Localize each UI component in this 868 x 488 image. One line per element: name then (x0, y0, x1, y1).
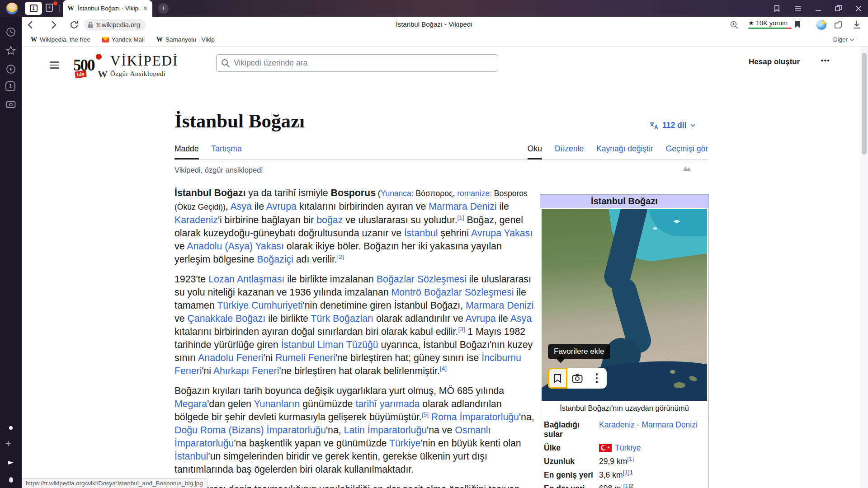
tab-tartisma[interactable]: Tartışma (212, 144, 242, 159)
menu-icon[interactable] (794, 5, 802, 12)
wiki-link[interactable]: boğaz (316, 215, 343, 225)
tab-duzenle[interactable]: Düzenle (555, 144, 584, 159)
reload-button[interactable] (69, 19, 80, 30)
url-field[interactable]: tr.wikipedia.org (84, 19, 146, 31)
back-button[interactable] (25, 19, 36, 30)
reference-link[interactable]: [5] (422, 411, 429, 418)
wiki-link[interactable]: Marmara Denizi (642, 420, 698, 429)
language-selector[interactable]: 112 dil (649, 121, 695, 130)
wiki-link[interactable]: Roma İmparatorluğu (431, 412, 519, 422)
wiki-link[interactable]: Anadolu Feneri (198, 352, 263, 363)
play-media-icon[interactable] (5, 64, 16, 75)
browser-tab-active[interactable]: W İstanbul Boğazı - Vikipe ✕ (63, 0, 152, 17)
wiki-link[interactable]: Avrupa (466, 313, 496, 324)
bookmark-flag-icon[interactable] (794, 20, 805, 31)
app-icon-dark[interactable] (5, 474, 16, 485)
image-more-menu-button[interactable] (587, 368, 606, 389)
infobox-satellite-image[interactable]: Favorilere ekle (542, 209, 707, 401)
minimize-icon[interactable] (815, 5, 821, 12)
wiki-link[interactable]: Türk Boğazları (311, 313, 373, 324)
download-icon[interactable] (853, 20, 863, 31)
restore-icon[interactable] (835, 5, 842, 12)
reference-link[interactable]: [3] (458, 326, 465, 333)
wiki-link[interactable]: Latin İmparatorluğu (344, 425, 427, 436)
wiki-link[interactable]: Türkiye Cumhuriyeti (217, 300, 302, 311)
wiki-link[interactable]: Lozan Antlaşması (208, 274, 284, 285)
wiki-link[interactable]: Karadeniz (599, 420, 635, 429)
wiki-menu-button[interactable] (50, 61, 59, 69)
wiki-link[interactable]: İstanbul Liman Tüzüğü (281, 339, 378, 350)
tab-count-icon[interactable]: 1 (5, 81, 16, 92)
reviews-badge[interactable]: ★ 10K yorum (748, 19, 792, 29)
profile-avatar[interactable] (6, 2, 18, 14)
wiki-link[interactable]: Rumeli Feneri (275, 352, 335, 363)
wiki-link[interactable]: Doğu Roma (Bizans) İmparatorluğu (175, 425, 326, 436)
wiki-link[interactable]: Avrupa (266, 201, 297, 212)
search-input[interactable] (234, 58, 493, 68)
wiki-link[interactable]: Çanakkale Boğazı (187, 313, 265, 324)
app-icon-music[interactable] (5, 422, 16, 433)
panels-icon[interactable] (773, 5, 781, 12)
reference-link[interactable]: [1] (623, 483, 630, 488)
wiki-link[interactable]: Türkiye (615, 443, 641, 452)
wiki-wordmark[interactable]: VİKİPEDİ Özgür Ansiklopedi (110, 53, 178, 78)
image-search-button[interactable] (567, 368, 587, 389)
forward-button[interactable] (48, 19, 59, 30)
wiki-link[interactable]: Türkiye (389, 438, 421, 449)
reference-link[interactable]: [1] (458, 214, 464, 221)
wiki-link[interactable]: Asya (510, 313, 532, 324)
wiki-link[interactable]: Ahırkapı Feneri (213, 366, 279, 376)
article-audio-icon[interactable] (683, 165, 692, 173)
wiki-link[interactable]: Marmara Denizi (466, 300, 533, 311)
wiki-link[interactable]: romanize: (457, 189, 494, 198)
wiki-link[interactable]: Karadeniz (175, 215, 218, 225)
bookmark-item-yandex-mail[interactable]: Yandex Mail (102, 36, 145, 43)
reference-link[interactable]: [4] (440, 365, 447, 372)
reference-link[interactable]: [1] (623, 469, 630, 476)
wiki-link[interactable]: Marmara Denizi (429, 201, 496, 212)
bookmarks-more-button[interactable]: Diğer (833, 36, 854, 43)
wiki-link[interactable]: Boğazlar Sözleşmesi (377, 274, 467, 285)
zoom-icon[interactable] (730, 20, 741, 31)
wiki-link[interactable]: Montrö Boğazlar Sözleşmesi (391, 287, 514, 298)
wiki-link[interactable]: Avrupa Yakası (471, 228, 533, 239)
tab-close-icon[interactable]: ✕ (143, 5, 148, 12)
scrollbar-thumb[interactable] (862, 53, 867, 155)
reference-link[interactable]: [1] (627, 455, 634, 462)
wiki-link[interactable]: Anadolu (Asya) Yakası (187, 241, 284, 252)
add-app-button[interactable]: + (5, 439, 16, 450)
bookmark-item-wikipedia[interactable]: W Wikipedia, the free (31, 36, 90, 43)
tab-madde[interactable]: Madde (175, 144, 199, 159)
tab-gecmisi-gor[interactable]: Geçmişi gör (666, 144, 708, 159)
page-scrollbar[interactable] (860, 47, 868, 488)
wiki-link[interactable]: tarihî yarımada (355, 399, 420, 409)
extensions-icon[interactable] (834, 20, 844, 31)
bookmark-item-samanyolu[interactable]: W Samanyolu - Vikip (156, 36, 215, 43)
add-to-favorites-button[interactable] (548, 368, 567, 389)
wiki-link[interactable]: Megara (175, 399, 207, 409)
tab-kaynagi-degistir[interactable]: Kaynağı değiştir (596, 144, 653, 159)
wiki-link[interactable]: İstanbul (175, 451, 208, 462)
reference-link[interactable]: [2] (337, 253, 344, 260)
tableau-button[interactable]: 1 (25, 2, 42, 15)
create-account-link[interactable]: Hesap oluştur (749, 57, 800, 66)
header-more-menu[interactable]: ••• (821, 56, 830, 64)
wiki-link[interactable]: İstanbul (404, 228, 438, 239)
reference-link[interactable]: 1 (630, 469, 633, 476)
sidebar-toggle-button[interactable] (46, 4, 56, 13)
new-tab-button[interactable]: + (158, 3, 169, 14)
history-icon[interactable] (5, 27, 16, 38)
tab-oku[interactable]: Oku (528, 144, 542, 159)
reference-link[interactable]: 2 (630, 483, 634, 488)
weather-icon[interactable] (816, 20, 826, 30)
wiki-search-box[interactable] (216, 54, 498, 72)
wiki-link[interactable]: Asya (230, 201, 251, 212)
wiki-link[interactable]: Yunanca (381, 189, 411, 198)
screencast-icon[interactable] (5, 99, 16, 110)
close-icon[interactable] (855, 5, 862, 12)
wiki-link[interactable]: Yunanların (254, 399, 300, 409)
favorites-star-icon[interactable] (5, 45, 16, 56)
app-icon-telegram[interactable] (5, 457, 16, 468)
wiki-link[interactable]: Boğaziçi (257, 254, 293, 265)
wikipedia-logo[interactable]: 500 bin W (72, 51, 108, 81)
